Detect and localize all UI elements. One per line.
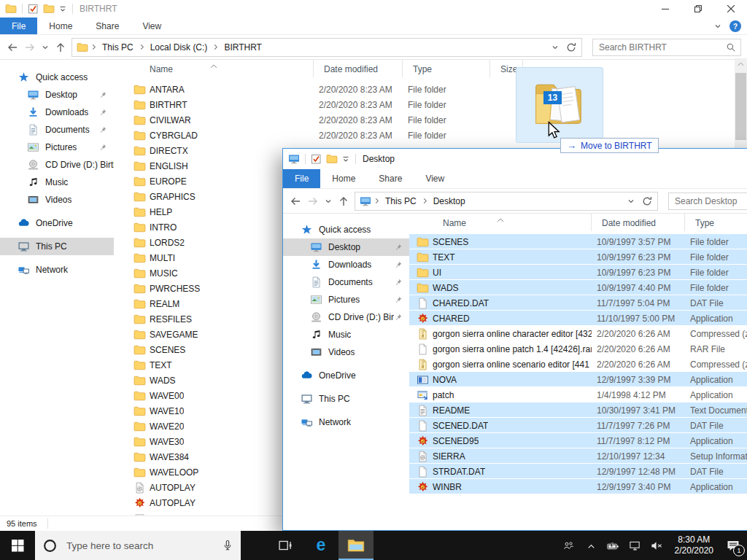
- file-row-readme[interactable]: README10/30/1997 3:41 PMText Document: [409, 402, 747, 418]
- column-header-name[interactable]: Name: [409, 214, 592, 231]
- sidebar-item-onedrive[interactable]: OneDrive: [283, 367, 409, 384]
- file-row-birthrt[interactable]: BIRTHRT2/20/2020 8:23 AMFile folder: [114, 97, 735, 112]
- address-bar[interactable]: This PCLocal Disk (C:)BIRTHRT: [71, 38, 582, 57]
- qat-properties-icon[interactable]: [311, 153, 322, 165]
- scroll-up-icon[interactable]: [735, 58, 747, 70]
- up-button[interactable]: [54, 42, 67, 53]
- sidebar-item-downloads[interactable]: Downloads: [283, 256, 409, 273]
- file-row-text[interactable]: TEXT10/9/1997 6:23 PMFile folder: [409, 249, 747, 265]
- qat-new-folder-icon[interactable]: [43, 3, 55, 15]
- sidebar-item-this-pc[interactable]: This PC: [0, 238, 114, 255]
- ribbon-expand-chevron-icon[interactable]: [713, 22, 722, 31]
- people-button[interactable]: [561, 531, 578, 560]
- file-row-chared-dat[interactable]: CHARED.DAT11/7/1997 5:04 PMDAT File: [409, 295, 747, 311]
- sidebar-item-downloads[interactable]: Downloads: [0, 104, 114, 121]
- column-header-name[interactable]: Name: [114, 60, 314, 77]
- file-row-chared[interactable]: CHARED11/10/1997 5:00 PMApplication: [409, 311, 747, 326]
- tab-view[interactable]: View: [131, 18, 173, 34]
- volume-button[interactable]: [649, 531, 666, 560]
- qat-new-folder-icon[interactable]: [326, 153, 338, 165]
- sidebar-item-videos[interactable]: Videos: [283, 343, 409, 361]
- tab-file[interactable]: File: [0, 18, 37, 34]
- scrollbar-thumb[interactable]: [735, 73, 746, 140]
- restore-button[interactable]: [681, 0, 714, 18]
- tab-file[interactable]: File: [283, 169, 320, 188]
- column-header-date[interactable]: Date modified: [314, 60, 403, 77]
- sidebar-item-this-pc[interactable]: This PC: [283, 390, 409, 408]
- breadcrumb-item[interactable]: Local Disk (C:): [147, 42, 211, 52]
- sidebar-item-documents[interactable]: Documents: [283, 273, 409, 291]
- recent-locations-chevron-icon[interactable]: [41, 43, 50, 52]
- sidebar-item-onedrive[interactable]: OneDrive: [0, 214, 114, 232]
- sidebar-item-music[interactable]: Music: [283, 326, 409, 343]
- file-explorer-button[interactable]: [338, 531, 374, 560]
- file-row-gorgon-sierra-online-character-editor-432[interactable]: gorgon sierra online character editor [4…: [409, 326, 747, 341]
- file-row-scenes[interactable]: SCENES10/9/1997 3:57 PMFile folder: [409, 234, 747, 249]
- taskbar-clock[interactable]: 8:30 AM 2/20/2020: [670, 534, 718, 556]
- sidebar-item-network[interactable]: Network: [0, 261, 114, 279]
- file-row-antara[interactable]: ANTARA2/20/2020 8:23 AMFile folder: [114, 82, 735, 97]
- microphone-icon[interactable]: [222, 540, 233, 551]
- file-row-scened-dat[interactable]: SCENED.DAT11/7/1997 7:26 PMDAT File: [409, 418, 747, 433]
- breadcrumb-item[interactable]: Desktop: [430, 196, 468, 206]
- column-header-type[interactable]: Type: [685, 214, 747, 231]
- back-button[interactable]: [289, 195, 302, 207]
- help-icon[interactable]: ?: [729, 20, 741, 32]
- start-button[interactable]: [0, 531, 35, 560]
- file-row-winbr[interactable]: WINBR12/9/1997 3:40 PMApplication: [409, 479, 747, 494]
- breadcrumb-item[interactable]: BIRTHRT: [221, 42, 265, 52]
- sidebar-item-quick-access[interactable]: Quick access: [283, 221, 409, 238]
- refresh-icon[interactable]: [565, 42, 577, 53]
- file-row-strdat-dat[interactable]: STRDAT.DAT12/9/1997 12:48 PMDAT File: [409, 464, 747, 479]
- tab-home[interactable]: Home: [37, 18, 84, 34]
- file-row-sierra[interactable]: SIERRA12/10/1997 12:34Setup Informat: [409, 448, 747, 464]
- qat-properties-icon[interactable]: [28, 3, 39, 15]
- file-row-scened95[interactable]: SCENED9511/7/1997 8:12 PMApplication: [409, 433, 747, 448]
- sidebar-item-pictures[interactable]: Pictures: [283, 291, 409, 308]
- tab-home[interactable]: Home: [320, 169, 367, 188]
- action-center-button[interactable]: 1: [722, 531, 744, 560]
- edge-button[interactable]: e: [303, 531, 338, 560]
- column-header-date[interactable]: Date modified: [592, 214, 685, 231]
- forward-button[interactable]: [23, 42, 36, 53]
- file-row-wads[interactable]: WADS10/9/1997 4:40 PMFile folder: [409, 280, 747, 295]
- search-box[interactable]: [668, 192, 747, 210]
- file-row-patch[interactable]: patch1/4/1998 4:12 PMApplication: [409, 387, 747, 402]
- file-row-ui[interactable]: UI10/9/1997 6:23 PMFile folder: [409, 265, 747, 280]
- up-button[interactable]: [337, 195, 350, 207]
- search-box[interactable]: [592, 39, 741, 56]
- tab-share[interactable]: Share: [367, 169, 414, 188]
- file-row-gorgon-sierra-online-patch-1-4-42426-rar[interactable]: gorgon sierra online patch 1.4 [42426].r…: [409, 341, 747, 357]
- file-row-civilwar[interactable]: CIVILWAR2/20/2020 8:23 AMFile folder: [114, 112, 735, 128]
- sidebar-item-desktop[interactable]: Desktop: [0, 86, 114, 104]
- taskbar-search[interactable]: [35, 531, 241, 560]
- address-dropdown-chevron-icon[interactable]: [551, 43, 560, 52]
- back-button[interactable]: [6, 42, 19, 53]
- file-row-nova[interactable]: NOVA12/9/1997 3:39 PMApplication: [409, 372, 747, 387]
- sidebar-item-videos[interactable]: Videos: [0, 191, 114, 209]
- close-button[interactable]: [714, 0, 747, 18]
- search-input[interactable]: [597, 42, 723, 53]
- recent-locations-chevron-icon[interactable]: [324, 197, 333, 206]
- sidebar-item-music[interactable]: Music: [0, 174, 114, 191]
- address-bar[interactable]: This PCDesktop: [355, 192, 658, 211]
- forward-button[interactable]: [306, 195, 320, 207]
- battery-button[interactable]: [605, 531, 622, 560]
- tray-overflow-button[interactable]: [583, 531, 600, 560]
- sidebar-item-network[interactable]: Network: [283, 413, 409, 431]
- taskbar-search-input[interactable]: [65, 540, 214, 552]
- sidebar-item-cd-drive-d-birthri[interactable]: CD Drive (D:) Birthri: [0, 156, 114, 174]
- tab-view[interactable]: View: [414, 169, 456, 188]
- refresh-icon[interactable]: [641, 195, 653, 207]
- sidebar-item-quick-access[interactable]: Quick access: [0, 69, 114, 86]
- qat-customize-chevron-icon[interactable]: [58, 4, 67, 13]
- search-input[interactable]: [673, 195, 747, 207]
- sidebar-item-desktop[interactable]: Desktop: [283, 238, 409, 256]
- tab-share[interactable]: Share: [84, 18, 131, 34]
- sidebar-item-documents[interactable]: Documents: [0, 121, 114, 139]
- breadcrumb-item[interactable]: This PC: [99, 42, 136, 52]
- sidebar-item-cd-drive-d-birt[interactable]: CD Drive (D:) Birt: [283, 308, 409, 326]
- column-header-type[interactable]: Type: [403, 60, 490, 77]
- file-row-gorgon-sierra-online-scenario-editor-441[interactable]: gorgon sierra online scenario editor [44…: [409, 357, 747, 372]
- sidebar-item-pictures[interactable]: Pictures: [0, 139, 114, 156]
